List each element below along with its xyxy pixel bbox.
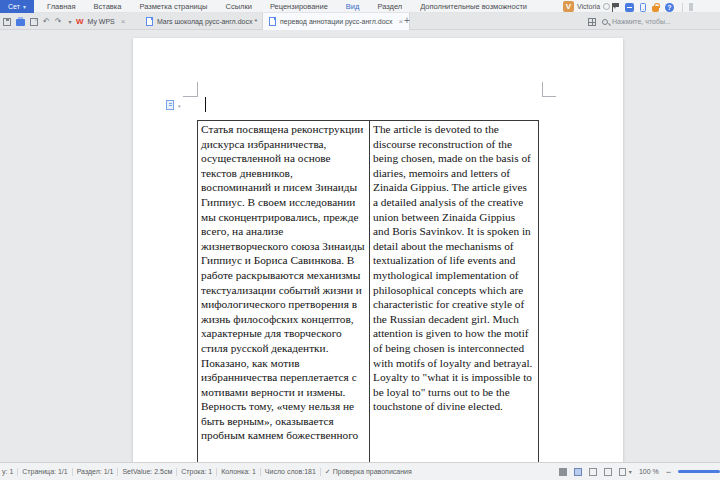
margin-mark (197, 82, 198, 97)
view-print-layout-icon[interactable] (574, 468, 582, 476)
zoom-fit-page-icon[interactable] (619, 468, 626, 476)
document-area: ▾ Статья посвящена реконструкции дискурс… (0, 30, 720, 462)
command-search-input[interactable]: Нажмите, чтобы... (602, 15, 720, 28)
undo-icon[interactable]: ↶ (43, 17, 50, 27)
wps-writer-window: Сет ▾ Главная Вставка Разметка страницы … (0, 0, 720, 480)
menu-item-view[interactable]: Вид (337, 0, 369, 13)
status-setvalue: SetValue: 2.5см (118, 468, 176, 475)
chevron-down-icon: ▾ (23, 3, 26, 10)
tab-my-wps[interactable]: W My WPS × (70, 13, 131, 30)
tab-label: Mars шоколад русс-англ.docx * (157, 18, 257, 25)
document-page[interactable]: ▾ Статья посвящена реконструкции дискурс… (133, 38, 623, 462)
status-section: Раздел: 1/1 (73, 468, 118, 475)
avatar[interactable]: V (563, 1, 574, 12)
status-spellcheck[interactable]: ✓Проверка правописания (321, 468, 416, 476)
save-icon[interactable] (3, 18, 11, 26)
margin-mark (542, 82, 543, 97)
account-name: Victoria (577, 3, 600, 10)
search-placeholder: Нажмите, чтобы... (612, 18, 671, 25)
status-word-count[interactable]: Число слов:181 (261, 468, 320, 475)
status-bar: у: 1 Страница: 1/1 Раздел: 1/1 SetValue:… (0, 462, 720, 480)
close-icon[interactable]: × (121, 17, 126, 26)
minimize-button[interactable] (689, 3, 693, 11)
tab-document-perevod[interactable]: перевод аннотации русс-англ.docx × (262, 13, 410, 30)
tab-label: перевод аннотации русс-англ.docx (280, 18, 393, 25)
new-tab-button[interactable]: + (404, 15, 410, 26)
search-icon (602, 19, 608, 25)
menu-items: Главная Вставка Разметка страницы Ссылки… (38, 0, 536, 13)
sync-icon[interactable] (625, 3, 634, 12)
margin-mark (542, 96, 556, 97)
titlebar-icon-group: ? (612, 2, 693, 12)
flag-icon[interactable] (612, 3, 619, 12)
page-format-icon[interactable] (166, 100, 174, 110)
zoom-slider[interactable] (678, 470, 720, 473)
print-preview-icon[interactable] (30, 18, 38, 26)
account-area[interactable]: V Victoria ▾ (563, 1, 616, 12)
document-icon (146, 17, 153, 26)
translation-table: Статья посвящена реконструкции дискурса … (197, 120, 539, 462)
close-icon[interactable]: × (399, 17, 404, 26)
tab-document-mars[interactable]: Mars шоколад русс-англ.docx * × (140, 13, 274, 30)
menu-item-review[interactable]: Рецензирование (261, 0, 337, 13)
status-item: у: 1 (2, 468, 17, 475)
document-icon (269, 17, 276, 26)
table-cell-english[interactable]: The article is devoted to the discourse … (369, 120, 539, 462)
quick-access-toolbar: ↶ ↷ ▾ (3, 13, 71, 30)
app-menu-button[interactable]: Сет ▾ (0, 0, 34, 13)
help-icon[interactable]: ? (665, 3, 674, 12)
menu-bar: Сет ▾ Главная Вставка Разметка страницы … (0, 0, 720, 13)
menu-item-page-layout[interactable]: Разметка страницы (130, 0, 216, 13)
print-icon[interactable] (16, 19, 25, 26)
margin-mark (183, 96, 197, 97)
mobile-icon[interactable] (640, 3, 646, 12)
menu-item-section[interactable]: Раздел (368, 0, 411, 13)
spellcheck-icon: ✓ (325, 468, 331, 475)
chevron-down-icon[interactable]: ▾ (629, 468, 632, 475)
apps-grid-icon[interactable] (588, 18, 596, 26)
status-right: ▾ 100 % − (559, 463, 720, 480)
view-outline-icon[interactable] (604, 468, 612, 476)
tab-label: My WPS (88, 18, 115, 25)
store-icon[interactable] (652, 6, 659, 12)
menu-item-home[interactable]: Главная (38, 0, 85, 13)
app-menu-label: Сет (8, 3, 20, 10)
menu-item-insert[interactable]: Вставка (85, 0, 131, 13)
account-badge-icon (603, 3, 610, 10)
divider (682, 3, 683, 12)
redo-icon[interactable]: ↷ (55, 17, 62, 27)
status-column: Колонка: 1 (217, 468, 260, 475)
table-cell-russian[interactable]: Статья посвящена реконструкции дискурса … (197, 120, 370, 462)
zoom-level[interactable]: 100 % (639, 468, 659, 475)
menu-item-more-features[interactable]: Дополнительные возможности (411, 0, 536, 13)
zoom-out-button[interactable]: − (666, 467, 671, 477)
status-line: Строка: 1 (177, 468, 216, 475)
text-cursor (205, 97, 206, 112)
status-page[interactable]: Страница: 1/1 (18, 468, 71, 475)
tab-bar: ↶ ↷ ▾ W My WPS × Mars шоколад русс-англ.… (0, 13, 720, 30)
chevron-down-icon: ▾ (178, 103, 181, 109)
status-left: у: 1 Страница: 1/1 Раздел: 1/1 SetValue:… (2, 463, 416, 480)
menu-item-references[interactable]: Ссылки (216, 0, 260, 13)
wps-logo-icon: W (76, 17, 84, 26)
view-fullscreen-icon[interactable] (559, 468, 567, 476)
view-web-layout-icon[interactable] (589, 468, 597, 476)
